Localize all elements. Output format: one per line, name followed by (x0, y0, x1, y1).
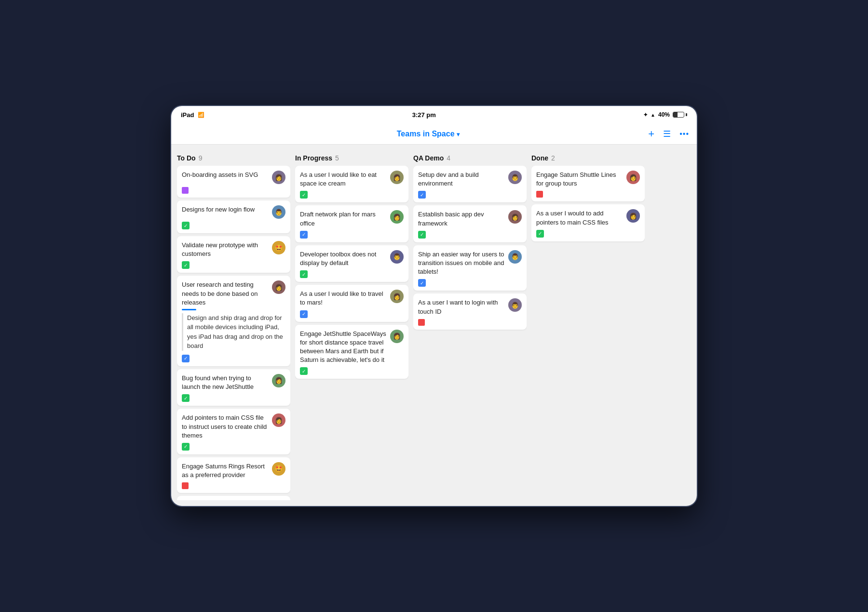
avatar-ip5: 👩 (390, 330, 404, 343)
chevron-down-icon (457, 130, 460, 138)
add-icon[interactable]: + (648, 128, 654, 140)
column-inprogress: In Progress 5 As a user I would like to … (295, 150, 408, 500)
card-qa1[interactable]: Setup dev and a build environment 👨 ✓ (413, 166, 527, 202)
battery-indicator (673, 112, 687, 118)
tag-c3: ✓ (182, 261, 190, 269)
card-ip1[interactable]: As a user I would like to eat space ice … (295, 166, 408, 202)
avatar-c2: 👨 (272, 205, 285, 219)
avatar-d1: 👩 (626, 171, 640, 184)
card-c4[interactable]: User research and testing needs to be do… (177, 276, 290, 366)
tag-ip5: ✓ (300, 367, 308, 375)
card-text-c6: Add pointers to main CSS file to instruc… (182, 413, 269, 440)
column-title-done: Done (531, 154, 548, 162)
tag-c2: ✓ (182, 222, 190, 229)
card-text-c1: On-boarding assets in SVG (182, 171, 269, 179)
column-header-inprogress: In Progress 5 (295, 150, 408, 166)
card-text-c4: User research and testing needs to be do… (182, 280, 269, 307)
card-text-ip3: Developer toolbox does not display by de… (300, 250, 387, 267)
qademo-cards: Setup dev and a build environment 👨 ✓ Es… (413, 166, 527, 500)
card-d2[interactable]: As a user I would to add pointers to mai… (531, 204, 645, 241)
card-ip5[interactable]: Engage JetShuttle SpaceWays for short di… (295, 325, 408, 379)
inprogress-cards: As a user I would like to eat space ice … (295, 166, 408, 500)
avatar-c4: 👩 (272, 280, 285, 294)
card-text-qa2: Establish basic app dev framework (418, 210, 505, 227)
card-c5[interactable]: Bug found when trying to launch the new … (177, 369, 290, 406)
card-text-d2: As a user I would to add pointers to mai… (536, 209, 624, 226)
avatar-c3: 🤩 (272, 241, 285, 254)
tag-c1 (182, 187, 189, 194)
card-text-c3: Validate new prototype with customers (182, 241, 269, 258)
card-text-qa1: Setup dev and a build environment (418, 171, 505, 188)
avatar-c1: 👩 (272, 171, 285, 184)
kanban-board: To Do 9 On-boarding assets in SVG 👩 Desi… (171, 145, 697, 506)
column-qademo: QA Demo 4 Setup dev and a build environm… (413, 150, 527, 500)
expand-divider (182, 309, 196, 310)
avatar-ip3: 👨 (390, 250, 404, 264)
tag-d1 (536, 191, 543, 198)
done-cards: Engage Saturn Shuttle Lines for group to… (531, 166, 645, 500)
nav-actions: + ☰ ••• (648, 128, 689, 140)
tag-ip2: ✓ (300, 231, 308, 239)
avatar-qa1: 👨 (508, 171, 522, 184)
tag-qa2: ✓ (418, 231, 426, 239)
column-count-done: 2 (551, 154, 555, 162)
column-title-todo: To Do (177, 154, 196, 162)
column-title-inprogress: In Progress (295, 154, 332, 162)
card-qa3[interactable]: Ship an easier way for users to transiti… (413, 245, 527, 291)
column-count-inprogress: 5 (335, 154, 339, 162)
avatar-qa3: 👨 (508, 250, 522, 264)
column-header-done: Done 2 (531, 150, 645, 166)
card-ip3[interactable]: Developer toolbox does not display by de… (295, 245, 408, 282)
card-c6[interactable]: Add pointers to main CSS file to instruc… (177, 409, 290, 454)
avatar-c7: 🤩 (272, 462, 285, 476)
avatar-ip4: 👩 (390, 290, 404, 303)
wifi-icon: 📶 (198, 112, 204, 118)
card-text-qa4: As a user I want to login with touch ID (418, 298, 505, 316)
battery-percent: 40% (658, 111, 670, 118)
list-view-icon[interactable]: ☰ (663, 129, 671, 139)
avatar-qa4: 👨 (508, 298, 522, 312)
column-count-qademo: 4 (447, 154, 450, 162)
card-c8[interactable]: Add a string to anonymizer main textutil… (177, 496, 290, 500)
tag-ip4: ✓ (300, 310, 308, 318)
card-d1[interactable]: Engage Saturn Shuttle Lines for group to… (531, 166, 645, 201)
tag-ip1: ✓ (300, 191, 308, 199)
card-c1[interactable]: On-boarding assets in SVG 👩 (177, 166, 290, 198)
card-expanded-body-c4: Design and ship drag and drop for all mo… (182, 313, 285, 351)
tag-c6: ✓ (182, 443, 190, 451)
avatar-d2: 👩 (626, 209, 640, 223)
column-count-todo: 9 (199, 154, 203, 162)
tag-c7 (182, 482, 189, 489)
more-options-icon[interactable]: ••• (679, 130, 689, 138)
avatar-qa2: 👩 (508, 210, 522, 224)
column-done: Done 2 Engage Saturn Shuttle Lines for g… (531, 150, 645, 500)
column-title-qademo: QA Demo (413, 154, 444, 162)
status-bar: iPad 📶 3:27 pm ✦ ▲ 40% (171, 106, 697, 123)
avatar-ip2: 👩 (390, 210, 404, 224)
card-text-ip5: Engage JetShuttle SpaceWays for short di… (300, 330, 387, 365)
card-qa2[interactable]: Establish basic app dev framework 👩 ✓ (413, 205, 527, 242)
tag-qa3: ✓ (418, 279, 426, 287)
card-c7[interactable]: Engage Saturns Rings Resort as a preferr… (177, 457, 290, 493)
device-label: iPad (181, 111, 194, 119)
avatar-c5: 👩 (272, 374, 285, 387)
tag-qa4 (418, 319, 425, 326)
card-c3[interactable]: Validate new prototype with customers 🤩 … (177, 236, 290, 273)
card-text-c2: Designs for new login flow (182, 205, 269, 214)
card-text-c7: Engage Saturns Rings Resort as a preferr… (182, 462, 269, 479)
card-text-d1: Engage Saturn Shuttle Lines for group to… (536, 171, 624, 188)
board-title[interactable]: Teams in Space (397, 130, 460, 138)
tag-ip3: ✓ (300, 270, 308, 278)
card-text-ip1: As a user I would like to eat space ice … (300, 171, 387, 188)
todo-cards: On-boarding assets in SVG 👩 Designs for … (177, 166, 290, 500)
card-ip2[interactable]: Draft network plan for mars office 👩 ✓ (295, 205, 408, 242)
card-qa4[interactable]: As a user I want to login with touch ID … (413, 293, 527, 329)
card-c2[interactable]: Designs for new login flow 👨 ✓ (177, 200, 290, 233)
card-text-ip2: Draft network plan for mars office (300, 210, 387, 227)
card-ip4[interactable]: As a user I would like to travel to mars… (295, 285, 408, 321)
signal-icon: ▲ (651, 112, 655, 118)
tag-qa1: ✓ (418, 191, 426, 199)
time-display: 3:27 pm (412, 111, 436, 119)
column-header-qademo: QA Demo 4 (413, 150, 527, 166)
avatar-c6: 👩 (272, 413, 285, 427)
